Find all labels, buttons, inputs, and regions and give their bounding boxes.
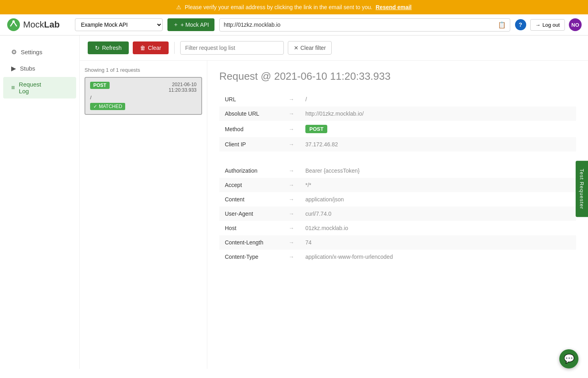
table-row: Authorization → Bearer {accessToken} xyxy=(219,163,576,178)
field-value: application/json xyxy=(300,192,576,207)
field-label: User-Agent xyxy=(219,207,283,221)
arrow-icon: → xyxy=(283,163,300,178)
table-row: Client IP → 37.172.46.82 xyxy=(219,137,576,152)
svg-point-1 xyxy=(12,20,15,23)
clear-filter-icon: ✕ xyxy=(294,45,299,51)
resend-email-link[interactable]: Resend email xyxy=(376,4,411,10)
refresh-button[interactable]: ↻ Refresh xyxy=(88,41,129,54)
table-row: Content-Length → 74 xyxy=(219,235,576,250)
field-label: URL xyxy=(219,92,283,106)
refresh-icon: ↻ xyxy=(95,45,100,51)
toolbar-divider xyxy=(174,42,175,54)
plus-icon: ＋ xyxy=(173,21,179,28)
field-value: POST xyxy=(300,121,576,137)
email-verification-banner: ⚠ Please verify your email address by cl… xyxy=(0,0,588,14)
arrow-icon: → xyxy=(283,178,300,192)
logo[interactable]: MockLab xyxy=(6,18,70,32)
field-value: application/x-www-form-urlencoded xyxy=(300,250,576,264)
matched-badge: ✓ MATCHED xyxy=(90,103,125,110)
toolbar: ↻ Refresh 🗑 Clear ✕ Clear filter xyxy=(80,35,588,61)
arrow-icon: → xyxy=(283,207,300,221)
request-card[interactable]: POST 2021-06-10 11:20:33.933 / ✓ MATCHED xyxy=(85,77,202,115)
sidebar-label-stubs: Stubs xyxy=(20,65,35,72)
clear-filter-button[interactable]: ✕ Clear filter xyxy=(288,41,332,55)
field-label: Content-Type xyxy=(219,250,283,264)
sidebar-item-settings[interactable]: ⚙ Settings xyxy=(3,44,76,60)
table-row: Content-Type → application/x-www-form-ur… xyxy=(219,250,576,264)
request-detail: Request @ 2021-06-10 11:20:33.933 URL → … xyxy=(207,61,588,369)
sidebar-item-stubs[interactable]: ▶ Stubs xyxy=(3,61,76,76)
filter-input[interactable] xyxy=(180,41,284,55)
copy-url-button[interactable]: 📋 xyxy=(498,21,506,29)
test-requester-tab[interactable]: Test Requester xyxy=(576,161,588,217)
field-value: / xyxy=(300,92,576,106)
basic-fields-table: URL → / Absolute URL → http://01zkz.mock… xyxy=(219,92,576,152)
request-title: Request @ 2021-06-10 11:20:33.933 xyxy=(219,70,576,83)
field-label: Absolute URL xyxy=(219,106,283,121)
table-row: User-Agent → curl/7.74.0 xyxy=(219,207,576,221)
request-list-panel: Showing 1 of 1 requests POST 2021-06-10 … xyxy=(80,61,207,369)
field-value: 37.172.46.82 xyxy=(300,137,576,152)
clear-filter-label: Clear filter xyxy=(301,45,326,51)
main-content: ↻ Refresh 🗑 Clear ✕ Clear filter Showing… xyxy=(80,35,588,369)
api-selector[interactable]: Example Mock API xyxy=(75,18,163,31)
field-label: Client IP xyxy=(219,137,283,152)
url-bar: http://01zkz.mocklab.io 📋 xyxy=(219,18,510,32)
request-log-icon: ≡ xyxy=(11,84,15,91)
trash-icon: 🗑 xyxy=(140,45,146,51)
banner-message: Please verify your email address by clic… xyxy=(185,4,372,10)
header-actions: ? → Log out NO xyxy=(515,18,582,31)
field-value: http://01zkz.mocklab.io/ xyxy=(300,106,576,121)
logout-button[interactable]: → Log out xyxy=(530,19,565,31)
field-label: Accept xyxy=(219,178,283,192)
field-label: Host xyxy=(219,221,283,235)
chat-bubble[interactable]: 💬 xyxy=(559,349,578,368)
clear-label: Clear xyxy=(148,45,161,51)
avatar: NO xyxy=(569,18,582,31)
sidebar-label-settings: Settings xyxy=(21,49,42,55)
table-row: URL → / xyxy=(219,92,576,106)
sidebar-label-request-log: RequestLog xyxy=(19,81,41,94)
request-area: Showing 1 of 1 requests POST 2021-06-10 … xyxy=(80,61,588,369)
showing-text: Showing 1 of 1 requests xyxy=(85,67,202,73)
help-button[interactable]: ? xyxy=(515,19,526,30)
settings-icon: ⚙ xyxy=(11,48,17,56)
arrow-icon: → xyxy=(283,221,300,235)
table-row: Absolute URL → http://01zkz.mocklab.io/ xyxy=(219,106,576,121)
field-value: 74 xyxy=(300,235,576,250)
request-method-badge: POST xyxy=(90,82,110,89)
app-layout: ⚙ Settings ▶ Stubs ≡ RequestLog ↻ Refres… xyxy=(0,35,588,369)
logo-text: MockLab xyxy=(23,20,60,30)
table-row: Content → application/json xyxy=(219,192,576,207)
mock-api-button[interactable]: ＋ + Mock API xyxy=(167,18,214,31)
logo-icon xyxy=(6,18,21,32)
svg-point-0 xyxy=(7,18,20,31)
request-path: / xyxy=(90,94,197,100)
request-date: 2021-06-10 11:20:33.933 xyxy=(169,82,197,93)
logout-icon: → xyxy=(535,22,541,28)
table-row: Accept → */* xyxy=(219,178,576,192)
table-row: Host → 01zkz.mocklab.io xyxy=(219,221,576,235)
method-pill: POST xyxy=(305,125,327,133)
arrow-icon: → xyxy=(283,235,300,250)
arrow-icon: → xyxy=(283,121,300,137)
field-label: Method xyxy=(219,121,283,137)
arrow-icon: → xyxy=(283,106,300,121)
sidebar: ⚙ Settings ▶ Stubs ≡ RequestLog xyxy=(0,35,80,369)
sidebar-item-request-log[interactable]: ≡ RequestLog xyxy=(3,77,76,98)
check-icon: ✓ xyxy=(93,104,97,109)
clear-button[interactable]: 🗑 Clear xyxy=(133,41,168,54)
url-text: http://01zkz.mocklab.io xyxy=(224,22,494,28)
field-value: 01zkz.mocklab.io xyxy=(300,221,576,235)
warning-icon: ⚠ xyxy=(176,4,181,10)
logout-label: Log out xyxy=(543,22,560,28)
arrow-icon: → xyxy=(283,137,300,152)
field-label: Content-Length xyxy=(219,235,283,250)
headers-table: Authorization → Bearer {accessToken} Acc… xyxy=(219,163,576,264)
arrow-icon: → xyxy=(283,250,300,264)
field-value: Bearer {accessToken} xyxy=(300,163,576,178)
field-value: curl/7.74.0 xyxy=(300,207,576,221)
field-label: Content xyxy=(219,192,283,207)
arrow-icon: → xyxy=(283,92,300,106)
field-value: */* xyxy=(300,178,576,192)
